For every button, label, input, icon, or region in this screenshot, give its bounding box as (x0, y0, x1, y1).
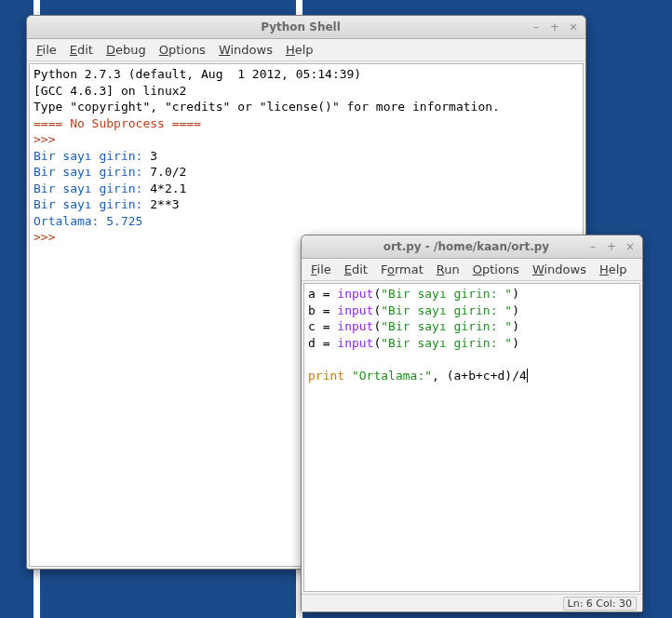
code-line: a = input("Bir sayı girin: ") (308, 287, 519, 301)
shell-info-line: Python 2.7.3 (default, Aug 1 2012, 05:14… (34, 67, 361, 81)
shell-nosubprocess: ==== No Subprocess ==== (34, 116, 201, 130)
shell-input-value: 7.0/2 (150, 165, 186, 179)
editor-titlebar[interactable]: ort.py - /home/kaan/ort.py – + × (302, 235, 642, 259)
menu-format[interactable]: Format (375, 261, 429, 278)
code-line: print "Ortalama:", (a+b+c+d)/4 (308, 369, 528, 383)
shell-prompt: >>> (34, 230, 55, 244)
cursor-position: Ln: 6 Col: 30 (563, 597, 637, 611)
menu-edit[interactable]: Edit (339, 261, 373, 278)
shell-titlebar[interactable]: Python Shell – + × (27, 16, 585, 39)
shell-info-line: Type "copyright", "credits" or "license(… (34, 100, 500, 114)
menu-debug[interactable]: Debug (101, 41, 152, 59)
shell-menubar: File Edit Debug Options Windows Help (27, 39, 585, 61)
menu-help[interactable]: Help (594, 261, 633, 278)
shell-info-line: [GCC 4.6.3] on linux2 (34, 84, 186, 98)
editor-title: ort.py - /home/kaan/ort.py (346, 240, 586, 253)
shell-window-controls: – + × (530, 20, 580, 34)
menu-file[interactable]: File (31, 41, 62, 59)
minimize-icon[interactable]: – (586, 240, 599, 253)
caret-icon (527, 369, 528, 383)
menu-run[interactable]: Run (431, 261, 465, 278)
shell-input-label: Bir sayı girin: (34, 197, 150, 211)
menu-options[interactable]: Options (467, 261, 525, 278)
shell-input-value: 4*2.1 (150, 181, 186, 195)
menu-edit[interactable]: Edit (64, 41, 99, 59)
menu-windows[interactable]: Windows (213, 41, 278, 59)
shell-title: Python Shell (72, 20, 530, 34)
close-icon[interactable]: × (624, 240, 637, 253)
maximize-icon[interactable]: + (548, 20, 561, 34)
menu-help[interactable]: Help (280, 41, 319, 59)
code-line: c = input("Bir sayı girin: ") (308, 319, 519, 333)
shell-input-label: Bir sayı girin: (34, 181, 150, 195)
shell-input-label: Bir sayı girin: (34, 165, 150, 179)
editor-statusbar: Ln: 6 Col: 30 (302, 594, 642, 611)
menu-options[interactable]: Options (154, 41, 211, 59)
menu-windows[interactable]: Windows (527, 261, 592, 278)
editor-content[interactable]: a = input("Bir sayı girin: ") b = input(… (303, 283, 640, 592)
code-line: d = input("Bir sayı girin: ") (308, 336, 519, 350)
shell-input-label: Bir sayı girin: (34, 149, 150, 163)
shell-prompt: >>> (34, 132, 55, 146)
editor-menubar: File Edit Format Run Options Windows Hel… (302, 259, 642, 281)
menu-file[interactable]: File (305, 261, 337, 278)
minimize-icon[interactable]: – (530, 20, 543, 34)
shell-input-value: 3 (150, 149, 157, 163)
editor-window: ort.py - /home/kaan/ort.py – + × File Ed… (301, 235, 643, 612)
shell-input-value: 2**3 (150, 197, 179, 211)
editor-window-controls: – + × (586, 240, 637, 253)
code-line: b = input("Bir sayı girin: ") (308, 303, 519, 317)
maximize-icon[interactable]: + (605, 240, 618, 253)
shell-output: Ortalama: 5.725 (34, 214, 142, 228)
close-icon[interactable]: × (567, 20, 580, 34)
